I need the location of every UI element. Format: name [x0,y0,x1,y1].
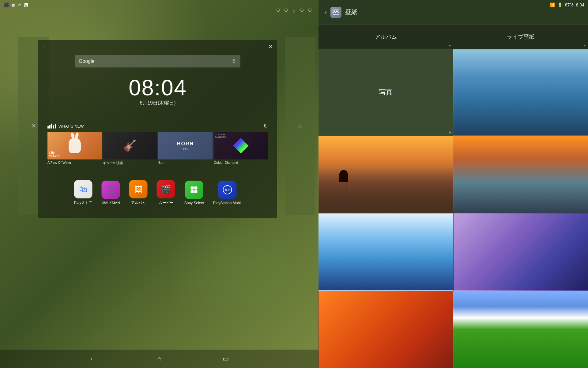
dot-4[interactable] [300,9,303,12]
album-item-colour[interactable]: COLOUR DIAMOND Colour Diamond [214,132,268,165]
bar-5 [55,124,56,128]
svg-rect-3 [194,190,198,193]
signal-icon: ⟳ [18,2,21,7]
album-label-paw: A Paw Of Water [47,161,102,164]
close-x-icon: ✕ [31,122,36,129]
album-item-guitar[interactable]: 🎸 ギターの演奏 [103,132,157,165]
bar-4 [53,125,54,128]
category-arrow-icon: ▸ [449,43,451,48]
right-preview-card[interactable]: ⌂ [285,37,315,215]
battery-icon: 🔋 [557,2,563,7]
google-search-bar[interactable]: Google 🎙 [75,55,240,67]
window-home-icon: ⌂ [41,42,49,51]
status-bar-right: 📶 🔋 87% 8:04 [550,2,584,7]
playstore-icon: 🛍 [74,180,92,198]
movie-icon: 🎬 [157,180,175,198]
app-album[interactable]: 🖼 アルバム [129,180,148,205]
dot-5[interactable] [308,9,311,12]
app-movie[interactable]: 🎬 ムービー [157,180,175,205]
recent-apps-button[interactable]: ▭ [223,355,229,363]
wallpaper-item-purple[interactable] [453,213,588,291]
app-playstation[interactable]: ✕○ PlayStation Mobil [213,181,242,205]
clock-time: 08:04 [129,77,187,99]
bar-2 [49,125,51,128]
album-cover-paw: Lily Williams [47,132,102,159]
back-button[interactable]: ← [89,355,96,363]
clock-date: 6月19日(木曜日) [129,100,187,106]
clock-widget: 08:04 6月19日(木曜日) [129,77,187,106]
album-label-guitar: ギターの演奏 [103,161,157,165]
playstation-icon: ✕○ [218,181,236,199]
album-label-born: Born [158,161,213,164]
category-arrow-icon-2: ▸ [584,43,586,48]
dot-home[interactable]: ⌂ [292,9,296,12]
album-label: アルバム [131,200,146,205]
walkman-icon: 🎵 [102,181,120,199]
album-cover-guitar: 🎸 [103,132,157,159]
wallpaper-grid: 写真 ▸ [318,49,588,368]
app-walkman[interactable]: 🎵 WALKMAN [102,181,120,205]
sonyselect-icon [185,181,203,199]
whats-new-title: WHAT'S NEW [47,124,84,128]
page-dots-nav: ⌂ [277,9,311,12]
wallpaper-categories: アルバム ▸ ライブ壁紙 ▸ [318,25,588,49]
category-live-button[interactable]: ライブ壁紙 ▸ [453,25,588,49]
album-grid: Lily Williams A Paw Of Water 🎸 ギターの演奏 BO… [47,132,268,165]
battery-percent: 87% [565,2,574,7]
google-search-label: Google [79,59,231,64]
playstore-label: Playストア [74,200,92,205]
app-playstore[interactable]: 🛍 Playストア [74,180,92,205]
home-button[interactable]: ⌂ [157,355,161,363]
wallpaper-photo-category[interactable]: 写真 ▸ [318,49,453,136]
wallpaper-item-sky[interactable] [318,213,453,291]
wallpaper-item-orange[interactable] [318,291,453,368]
svg-text:✕○: ✕○ [224,187,230,192]
main-widget-window: ⌂ ✕ Google 🎙 08:04 6月19日(木曜日) WHAT'S NEW… [38,40,277,218]
bar-3 [51,124,52,128]
album-cover-born: BORN P!A [158,132,213,159]
image-icon: 🖼 [24,2,28,7]
bar-1 [47,126,49,128]
album-item-paw[interactable]: Lily Williams A Paw Of Water [47,132,102,165]
nav-bar: ← ⌂ ▭ [0,350,318,368]
album-cover-colour: COLOUR DIAMOND [214,132,268,159]
dot-2[interactable] [285,9,288,12]
wallpaper-item-water[interactable] [453,49,588,136]
microphone-icon[interactable]: 🎙 [231,58,237,65]
svg-rect-0 [191,186,194,190]
app-dock: 🛍 Playストア 🎵 WALKMAN 🖼 アルバム 🎬 ムービー [74,180,242,205]
sonyselect-label: Sony Select [184,201,204,205]
playstation-label: PlayStation Mobil [213,201,242,205]
album-icon: 🖼 [129,180,148,198]
status-bar-left: ⬛ ▦ ⟳ 🖼 [4,2,28,7]
svg-rect-1 [194,186,198,190]
album-label-colour: Colour Diamond [214,161,268,164]
whats-new-header: WHAT'S NEW ↻ [47,123,268,129]
music-bars-icon [47,124,56,128]
refresh-button[interactable]: ↻ [263,123,268,129]
dot-1[interactable] [277,9,280,12]
app-sonyselect[interactable]: Sony Select [184,181,204,205]
svg-rect-2 [191,190,194,193]
whats-new-section: WHAT'S NEW ↻ Lily Williams A Paw Of Wate… [47,123,268,165]
walkman-label: WALKMAN [102,201,120,205]
category-album-button[interactable]: アルバム ▸ [318,25,453,49]
screen-icon: ⬛ [4,2,9,7]
wifi-icon: 📶 [550,2,555,7]
wallpaper-item-grass[interactable] [453,291,588,368]
grid-icon: ▦ [11,2,15,7]
window-close-button[interactable]: ✕ [266,42,275,51]
movie-label: ムービー [159,200,173,205]
wallpaper-item-sunset[interactable] [318,136,453,213]
wallpaper-panel: ‹ 壁紙 アルバム ▸ ライブ壁紙 ▸ 写真 ▸ [318,0,588,368]
album-item-born[interactable]: BORN P!A Born [158,132,213,165]
right-preview-icon: ⌂ [298,122,302,129]
clock-status: 8:04 [576,2,584,7]
photo-label: 写真 [379,88,393,97]
wallpaper-item-coast[interactable] [453,136,588,213]
